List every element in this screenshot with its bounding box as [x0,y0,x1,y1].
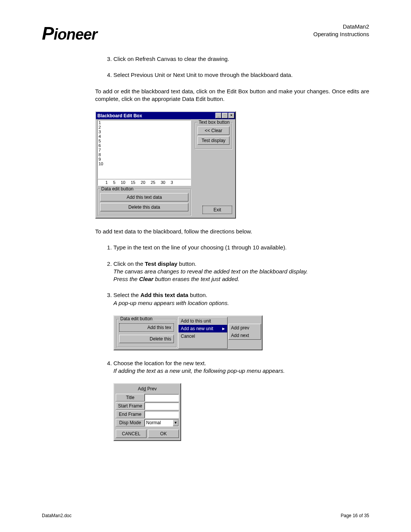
step-3: Click on Refresh Canvas to clear the dra… [113,55,369,63]
text-grid[interactable]: 12 34 56 78 910 [97,120,191,179]
input-end-frame[interactable] [145,411,179,418]
substep-1: Type in the text on the line of your cho… [113,244,369,251]
minimize-icon[interactable]: _ [215,113,221,118]
chevron-down-icon[interactable]: ▼ [173,420,178,426]
menu-add-as-new-unit[interactable]: Add as new unit▶ [178,325,227,332]
context-menu: Add to this unit Add as new unit▶ Cancel [178,317,228,349]
ok-button[interactable]: OK [148,430,179,438]
text-box-button-group: Text box button << Clear Test display [195,122,232,149]
doc-title: DataMan2 [313,23,369,30]
window-title: Blackboard Edit Box [97,113,142,118]
pioneer-logo: Pioneer [42,23,97,44]
paragraph-editbox: To add or edit the blackboard text data,… [95,88,369,103]
footer-filename: DataMan2.doc [42,513,72,518]
submenu-arrow-icon: ▶ [222,327,225,331]
add-prev-dialog: Add Prev Title Start Frame End Frame Dis… [113,383,181,441]
exit-button[interactable]: Exit [202,206,232,214]
doc-subtitle: Operating Instructions [313,30,369,38]
add-this-text-button[interactable]: Add this tex [119,323,174,332]
delete-this-button[interactable]: Delete this [119,335,174,343]
substep-2: Click on the Test display button. The ca… [113,260,369,283]
dialog-title: Add Prev [116,385,179,394]
label-disp-mode: Disp Mode [116,419,145,427]
select-disp-mode[interactable]: Normal ▼ [145,419,179,427]
maximize-icon[interactable]: □ [222,113,228,118]
test-display-button[interactable]: Test display [198,136,229,145]
add-text-data-button[interactable]: Add this text data [100,193,188,201]
footer-page: Page 16 of 35 [341,513,369,518]
label-end-frame: End Frame [116,411,145,418]
data-edit-popup: Data edit button Add this tex Delete thi… [113,315,263,350]
submenu-add-prev[interactable]: Add prev [229,324,261,332]
clear-button[interactable]: << Clear [198,126,229,135]
ruler: 15 1015 2025 303 [97,179,191,186]
menu-cancel[interactable]: Cancel [178,332,227,340]
label-title: Title [116,394,145,401]
label-start-frame: Start Frame [116,402,145,410]
input-title[interactable] [145,394,179,401]
row-numbers: 12 34 56 78 910 [99,120,103,166]
cancel-button[interactable]: CANCEL [116,430,147,438]
input-start-frame[interactable] [145,403,179,410]
delete-data-button[interactable]: Delete this data [100,203,188,211]
blackboard-edit-box-window: Blackboard Edit Box _ □ × 12 34 56 78 91… [95,111,236,219]
substep-3: Select the Add this text data button. A … [113,291,369,307]
paragraph-followdirections: To add text data to the blackboard, foll… [95,228,369,235]
menu-add-to-unit[interactable]: Add to this unit [178,317,227,325]
substep-4: Choose the location for the new text. If… [113,359,369,375]
submenu-add-next[interactable]: Add next [229,332,261,339]
step-4: Select Previous Unit or Next Unit to mov… [113,71,369,79]
submenu: Add prev Add next [228,324,261,340]
data-edit-group: Data edit button Add this text data Dele… [97,189,191,216]
close-icon[interactable]: × [228,113,234,118]
